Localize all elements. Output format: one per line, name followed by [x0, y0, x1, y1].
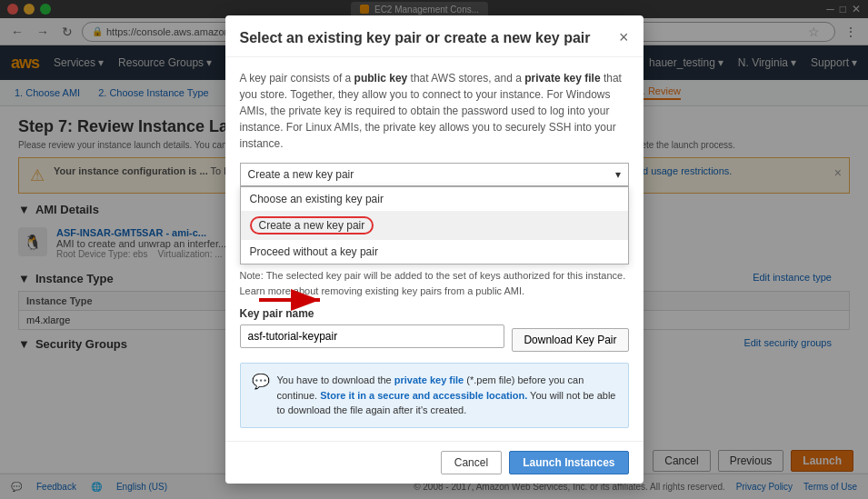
key-pair-name-input[interactable]: [240, 324, 505, 348]
modal-dialog: Select an existing key pair or create a …: [225, 15, 644, 484]
red-arrow: [254, 287, 336, 315]
modal-footer: Cancel Launch Instances: [225, 441, 644, 484]
option-none-label: Proceed without a key pair: [250, 245, 378, 258]
desc-part1: A key pair consists of a: [240, 72, 354, 85]
modal-description: A key pair consists of a public key that…: [240, 70, 629, 152]
option-new-label: Create a new key pair: [250, 216, 374, 235]
info-text: You have to download the private key fil…: [277, 373, 617, 418]
private-key-label: private key file: [524, 72, 600, 85]
modal-cancel-button[interactable]: Cancel: [441, 451, 502, 474]
modal-overlay[interactable]: Select an existing key pair or create a …: [0, 0, 868, 499]
option-new[interactable]: Create a new key pair: [241, 211, 628, 240]
desc-part2: that AWS stores, and a: [407, 72, 524, 85]
keypair-dropdown-container: Create a new key pair ▾ Choose an existi…: [240, 163, 629, 186]
dropdown-options-list: Choose an existing key pair Create a new…: [240, 186, 629, 264]
option-none[interactable]: Proceed without a key pair: [241, 240, 628, 264]
option-existing[interactable]: Choose an existing key pair: [241, 187, 628, 211]
option-existing-label: Choose an existing key pair: [250, 193, 384, 205]
info-box: 💬 You have to download the private key f…: [240, 363, 629, 428]
public-key-label: public key: [354, 72, 408, 85]
info-text-part1: You have to download the: [277, 374, 394, 385]
dropdown-chevron-icon: ▾: [615, 168, 621, 181]
info-store-label: Store it in a secure and accessible loca…: [320, 390, 527, 401]
keypair-dropdown[interactable]: Create a new key pair ▾: [240, 163, 629, 186]
modal-header: Select an existing key pair or create a …: [225, 15, 644, 57]
dropdown-selected-value: Create a new key pair: [248, 168, 354, 181]
key-pair-input-row: Download Key Pair: [240, 324, 629, 355]
info-icon: 💬: [252, 373, 270, 418]
info-private-key-label: private key file: [394, 374, 464, 385]
download-key-pair-button[interactable]: Download Key Pair: [512, 328, 628, 352]
modal-launch-button[interactable]: Launch Instances: [509, 451, 628, 474]
modal-close-button[interactable]: ×: [619, 28, 629, 47]
modal-title: Select an existing key pair or create a …: [240, 30, 591, 46]
modal-body: A key pair consists of a public key that…: [225, 57, 644, 441]
